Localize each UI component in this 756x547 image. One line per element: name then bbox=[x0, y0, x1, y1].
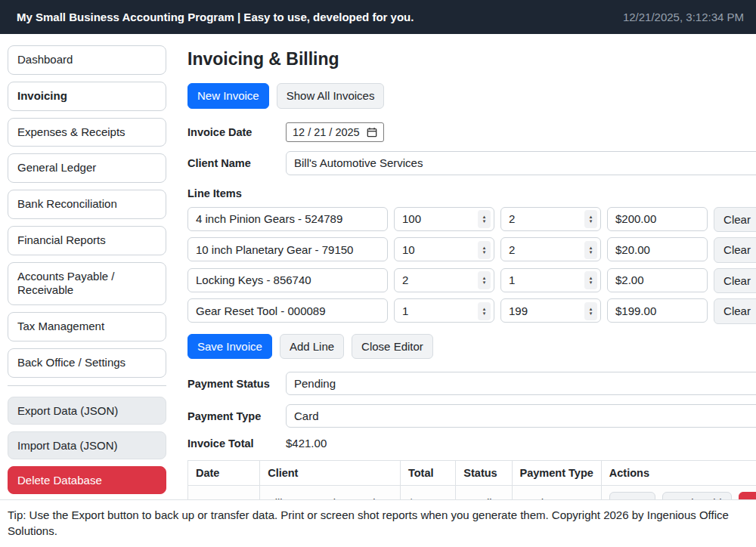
invoice-date-label: Invoice Date bbox=[187, 126, 286, 138]
add-line-button[interactable]: Add Line bbox=[280, 334, 344, 360]
number-spinner-icon[interactable]: ▴▾ bbox=[478, 210, 491, 228]
sidebar-item-general-ledger[interactable]: General Ledger bbox=[8, 153, 166, 183]
show-all-invoices-button[interactable]: Show All Invoices bbox=[277, 83, 385, 109]
page-title: Invoicing & Billing bbox=[187, 49, 756, 70]
invoice-client-cell: Bill's Automotive Services bbox=[260, 486, 401, 499]
line-item-total-input[interactable] bbox=[607, 207, 708, 231]
delete-invoice-button[interactable]: Delete bbox=[739, 492, 756, 499]
new-invoice-button[interactable]: New Invoice bbox=[187, 83, 269, 109]
line-item-description-input[interactable] bbox=[187, 298, 388, 323]
column-header-total: Total bbox=[400, 461, 455, 486]
sidebar-divider bbox=[8, 385, 166, 386]
delete-database-button[interactable]: Delete Database bbox=[8, 466, 166, 494]
line-item-row: ▴▾ ▴▾ Clear bbox=[187, 268, 756, 294]
payment-type-select[interactable]: Card bbox=[286, 404, 756, 428]
clear-line-button[interactable]: Clear bbox=[714, 237, 756, 263]
sidebar-item-dashboard[interactable]: Dashboard bbox=[8, 45, 166, 75]
clear-line-button[interactable]: Clear bbox=[714, 207, 756, 233]
invoice-date-value: 12 / 21 / 2025 bbox=[293, 126, 360, 138]
topbar: My Small Business Accounting Program | E… bbox=[0, 0, 756, 34]
line-item-total-input[interactable] bbox=[607, 268, 708, 292]
payment-type-label: Payment Type bbox=[187, 410, 286, 422]
line-item-description-input[interactable] bbox=[187, 237, 388, 261]
number-spinner-icon[interactable]: ▴▾ bbox=[584, 271, 597, 289]
invoice-total-cell: $421.00 bbox=[400, 486, 455, 499]
invoice-date-input[interactable]: 12 / 21 / 2025 bbox=[286, 122, 384, 142]
client-name-label: Client Name bbox=[187, 157, 286, 169]
sidebar-item-accounts-payable-receivable[interactable]: Accounts Payable / Receivable bbox=[8, 262, 166, 306]
number-spinner-icon[interactable]: ▴▾ bbox=[584, 241, 597, 259]
payment-status-label: Payment Status bbox=[187, 378, 286, 390]
open-invoice-button[interactable]: Open bbox=[609, 492, 655, 499]
sidebar: Dashboard Invoicing Expenses & Receipts … bbox=[0, 34, 174, 499]
mark-paid-button[interactable]: Mark Paid bbox=[662, 492, 731, 499]
line-item-row: ▴▾ ▴▾ Clear bbox=[187, 298, 756, 324]
sidebar-item-financial-reports[interactable]: Financial Reports bbox=[8, 226, 166, 255]
invoice-total-label: Invoice Total bbox=[187, 437, 286, 450]
number-spinner-icon[interactable]: ▴▾ bbox=[584, 210, 597, 228]
invoice-date-cell: 2025-12-21 bbox=[188, 486, 260, 499]
save-invoice-button[interactable]: Save Invoice bbox=[187, 334, 272, 360]
number-spinner-icon[interactable]: ▴▾ bbox=[478, 302, 491, 320]
clear-line-button[interactable]: Clear bbox=[714, 268, 756, 294]
column-header-client: Client bbox=[260, 461, 401, 486]
payment-status-select[interactable]: Pending bbox=[286, 372, 756, 395]
invoice-payment-type-cell: Card bbox=[512, 486, 601, 499]
sidebar-item-invoicing[interactable]: Invoicing bbox=[8, 82, 166, 111]
close-editor-button[interactable]: Close Editor bbox=[352, 334, 433, 360]
number-spinner-icon[interactable]: ▴▾ bbox=[584, 302, 597, 320]
import-data-button[interactable]: Import Data (JSON) bbox=[8, 431, 166, 459]
main-layout: Dashboard Invoicing Expenses & Receipts … bbox=[0, 34, 756, 499]
line-item-row: ▴▾ ▴▾ Clear bbox=[187, 207, 756, 233]
export-data-button[interactable]: Export Data (JSON) bbox=[8, 397, 166, 425]
sidebar-item-back-office[interactable]: Back Office / Settings bbox=[8, 348, 166, 378]
line-item-row: ▴▾ ▴▾ Clear bbox=[187, 237, 756, 263]
invoicing-panel: Invoicing & Billing New Invoice Show All… bbox=[174, 34, 756, 499]
column-header-payment-type: Payment Type bbox=[512, 461, 601, 486]
clear-line-button[interactable]: Clear bbox=[714, 298, 756, 324]
line-item-description-input[interactable] bbox=[187, 268, 388, 292]
line-items-label: Line Items bbox=[187, 187, 756, 199]
footer-tip: Tip: Use the Export button to back up or… bbox=[0, 499, 756, 547]
column-header-status: Status bbox=[456, 461, 512, 486]
table-header-row: Date Client Total Status Payment Type Ac… bbox=[188, 461, 756, 486]
calendar-icon[interactable] bbox=[367, 127, 377, 138]
invoice-total-value: $421.00 bbox=[286, 437, 756, 450]
column-header-date: Date bbox=[188, 461, 260, 486]
invoices-table: Date Client Total Status Payment Type Ac… bbox=[187, 460, 756, 499]
app-title: My Small Business Accounting Program | E… bbox=[17, 11, 414, 23]
datetime-clock: 12/21/2025, 3:12:34 PM bbox=[623, 11, 744, 23]
column-header-actions: Actions bbox=[601, 461, 756, 486]
number-spinner-icon[interactable]: ▴▾ bbox=[478, 241, 491, 259]
line-item-description-input[interactable] bbox=[187, 207, 388, 231]
sidebar-item-tax-management[interactable]: Tax Management bbox=[8, 312, 166, 341]
table-row: 2025-12-21 Bill's Automotive Services $4… bbox=[188, 486, 756, 499]
line-item-total-input[interactable] bbox=[607, 298, 708, 323]
number-spinner-icon[interactable]: ▴▾ bbox=[478, 271, 491, 289]
client-name-input[interactable] bbox=[286, 151, 756, 175]
line-item-total-input[interactable] bbox=[607, 237, 708, 261]
invoice-status-cell: Pending bbox=[456, 486, 512, 499]
sidebar-item-expenses[interactable]: Expenses & Receipts bbox=[8, 118, 166, 147]
sidebar-item-bank-reconciliation[interactable]: Bank Reconciliation bbox=[8, 190, 166, 219]
